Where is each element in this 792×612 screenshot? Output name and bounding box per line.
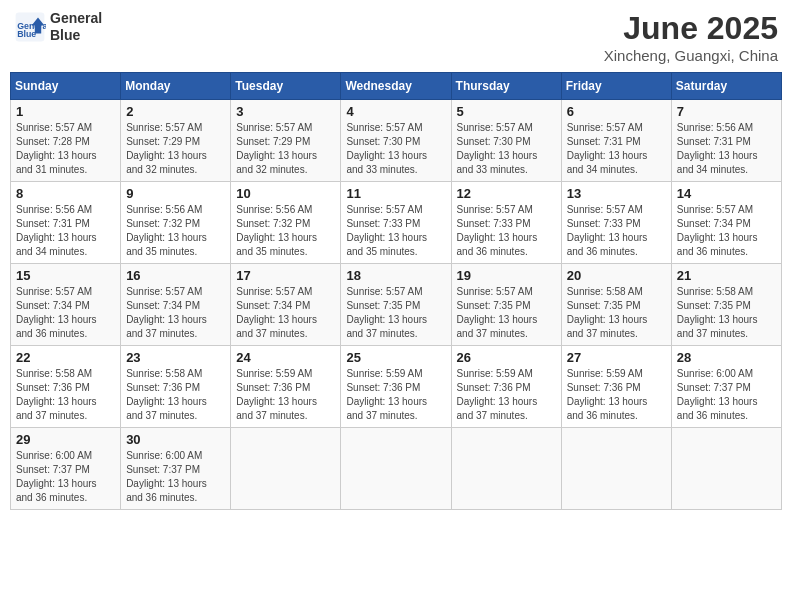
calendar-cell: 3Sunrise: 5:57 AM Sunset: 7:29 PM Daylig… [231,100,341,182]
day-number: 12 [457,186,556,201]
day-info: Sunrise: 5:57 AM Sunset: 7:35 PM Dayligh… [346,285,445,341]
weekday-header-tuesday: Tuesday [231,73,341,100]
day-info: Sunrise: 5:59 AM Sunset: 7:36 PM Dayligh… [457,367,556,423]
calendar-week-4: 22Sunrise: 5:58 AM Sunset: 7:36 PM Dayli… [11,346,782,428]
day-info: Sunrise: 5:57 AM Sunset: 7:34 PM Dayligh… [16,285,115,341]
calendar-cell [341,428,451,510]
day-info: Sunrise: 5:57 AM Sunset: 7:29 PM Dayligh… [236,121,335,177]
calendar-week-3: 15Sunrise: 5:57 AM Sunset: 7:34 PM Dayli… [11,264,782,346]
calendar-cell: 13Sunrise: 5:57 AM Sunset: 7:33 PM Dayli… [561,182,671,264]
day-number: 10 [236,186,335,201]
day-number: 30 [126,432,225,447]
day-number: 28 [677,350,776,365]
calendar-cell: 18Sunrise: 5:57 AM Sunset: 7:35 PM Dayli… [341,264,451,346]
day-info: Sunrise: 5:56 AM Sunset: 7:32 PM Dayligh… [126,203,225,259]
day-info: Sunrise: 5:58 AM Sunset: 7:35 PM Dayligh… [567,285,666,341]
calendar-cell [561,428,671,510]
day-number: 6 [567,104,666,119]
calendar-cell: 10Sunrise: 5:56 AM Sunset: 7:32 PM Dayli… [231,182,341,264]
day-info: Sunrise: 5:56 AM Sunset: 7:31 PM Dayligh… [16,203,115,259]
calendar-cell: 8Sunrise: 5:56 AM Sunset: 7:31 PM Daylig… [11,182,121,264]
calendar-cell: 17Sunrise: 5:57 AM Sunset: 7:34 PM Dayli… [231,264,341,346]
calendar-subtitle: Xincheng, Guangxi, China [604,47,778,64]
day-info: Sunrise: 5:57 AM Sunset: 7:33 PM Dayligh… [457,203,556,259]
calendar-cell: 29Sunrise: 6:00 AM Sunset: 7:37 PM Dayli… [11,428,121,510]
logo-text-line2: Blue [50,27,102,44]
calendar-cell [231,428,341,510]
svg-text:Blue: Blue [17,29,36,39]
calendar-cell: 5Sunrise: 5:57 AM Sunset: 7:30 PM Daylig… [451,100,561,182]
day-info: Sunrise: 5:58 AM Sunset: 7:36 PM Dayligh… [16,367,115,423]
day-number: 20 [567,268,666,283]
day-info: Sunrise: 5:56 AM Sunset: 7:31 PM Dayligh… [677,121,776,177]
day-number: 1 [16,104,115,119]
day-info: Sunrise: 5:57 AM Sunset: 7:30 PM Dayligh… [346,121,445,177]
day-number: 25 [346,350,445,365]
day-info: Sunrise: 5:57 AM Sunset: 7:31 PM Dayligh… [567,121,666,177]
day-info: Sunrise: 5:57 AM Sunset: 7:33 PM Dayligh… [567,203,666,259]
calendar-cell: 15Sunrise: 5:57 AM Sunset: 7:34 PM Dayli… [11,264,121,346]
day-number: 19 [457,268,556,283]
day-info: Sunrise: 5:59 AM Sunset: 7:36 PM Dayligh… [346,367,445,423]
day-number: 4 [346,104,445,119]
calendar-cell: 4Sunrise: 5:57 AM Sunset: 7:30 PM Daylig… [341,100,451,182]
day-info: Sunrise: 5:56 AM Sunset: 7:32 PM Dayligh… [236,203,335,259]
weekday-header-thursday: Thursday [451,73,561,100]
calendar-cell: 7Sunrise: 5:56 AM Sunset: 7:31 PM Daylig… [671,100,781,182]
day-number: 13 [567,186,666,201]
day-info: Sunrise: 5:59 AM Sunset: 7:36 PM Dayligh… [236,367,335,423]
calendar-table: SundayMondayTuesdayWednesdayThursdayFrid… [10,72,782,510]
day-info: Sunrise: 5:58 AM Sunset: 7:36 PM Dayligh… [126,367,225,423]
day-info: Sunrise: 5:57 AM Sunset: 7:29 PM Dayligh… [126,121,225,177]
day-number: 23 [126,350,225,365]
day-info: Sunrise: 5:59 AM Sunset: 7:36 PM Dayligh… [567,367,666,423]
calendar-cell: 28Sunrise: 6:00 AM Sunset: 7:37 PM Dayli… [671,346,781,428]
calendar-cell: 2Sunrise: 5:57 AM Sunset: 7:29 PM Daylig… [121,100,231,182]
header: General Blue General Blue June 2025 Xinc… [10,10,782,64]
day-number: 15 [16,268,115,283]
calendar-cell: 20Sunrise: 5:58 AM Sunset: 7:35 PM Dayli… [561,264,671,346]
day-number: 11 [346,186,445,201]
logo-icon: General Blue [14,11,46,43]
weekday-header-sunday: Sunday [11,73,121,100]
day-number: 22 [16,350,115,365]
day-number: 26 [457,350,556,365]
logo: General Blue General Blue [14,10,102,44]
weekday-header-row: SundayMondayTuesdayWednesdayThursdayFrid… [11,73,782,100]
calendar-cell [451,428,561,510]
day-info: Sunrise: 5:57 AM Sunset: 7:30 PM Dayligh… [457,121,556,177]
calendar-week-5: 29Sunrise: 6:00 AM Sunset: 7:37 PM Dayli… [11,428,782,510]
calendar-title: June 2025 [604,10,778,47]
day-number: 14 [677,186,776,201]
calendar-week-1: 1Sunrise: 5:57 AM Sunset: 7:28 PM Daylig… [11,100,782,182]
day-info: Sunrise: 5:57 AM Sunset: 7:28 PM Dayligh… [16,121,115,177]
day-info: Sunrise: 5:57 AM Sunset: 7:35 PM Dayligh… [457,285,556,341]
calendar-cell: 24Sunrise: 5:59 AM Sunset: 7:36 PM Dayli… [231,346,341,428]
day-info: Sunrise: 5:57 AM Sunset: 7:34 PM Dayligh… [236,285,335,341]
day-number: 29 [16,432,115,447]
day-number: 18 [346,268,445,283]
day-number: 3 [236,104,335,119]
calendar-cell: 19Sunrise: 5:57 AM Sunset: 7:35 PM Dayli… [451,264,561,346]
weekday-header-friday: Friday [561,73,671,100]
title-area: June 2025 Xincheng, Guangxi, China [604,10,778,64]
calendar-cell: 1Sunrise: 5:57 AM Sunset: 7:28 PM Daylig… [11,100,121,182]
logo-text-line1: General [50,10,102,27]
day-number: 8 [16,186,115,201]
day-number: 21 [677,268,776,283]
day-info: Sunrise: 5:58 AM Sunset: 7:35 PM Dayligh… [677,285,776,341]
calendar-cell: 9Sunrise: 5:56 AM Sunset: 7:32 PM Daylig… [121,182,231,264]
day-info: Sunrise: 5:57 AM Sunset: 7:33 PM Dayligh… [346,203,445,259]
calendar-cell: 26Sunrise: 5:59 AM Sunset: 7:36 PM Dayli… [451,346,561,428]
weekday-header-saturday: Saturday [671,73,781,100]
calendar-cell: 30Sunrise: 6:00 AM Sunset: 7:37 PM Dayli… [121,428,231,510]
calendar-cell: 22Sunrise: 5:58 AM Sunset: 7:36 PM Dayli… [11,346,121,428]
calendar-cell: 25Sunrise: 5:59 AM Sunset: 7:36 PM Dayli… [341,346,451,428]
day-info: Sunrise: 5:57 AM Sunset: 7:34 PM Dayligh… [677,203,776,259]
day-number: 2 [126,104,225,119]
day-number: 9 [126,186,225,201]
weekday-header-monday: Monday [121,73,231,100]
calendar-cell: 14Sunrise: 5:57 AM Sunset: 7:34 PM Dayli… [671,182,781,264]
calendar-cell: 21Sunrise: 5:58 AM Sunset: 7:35 PM Dayli… [671,264,781,346]
calendar-cell: 27Sunrise: 5:59 AM Sunset: 7:36 PM Dayli… [561,346,671,428]
